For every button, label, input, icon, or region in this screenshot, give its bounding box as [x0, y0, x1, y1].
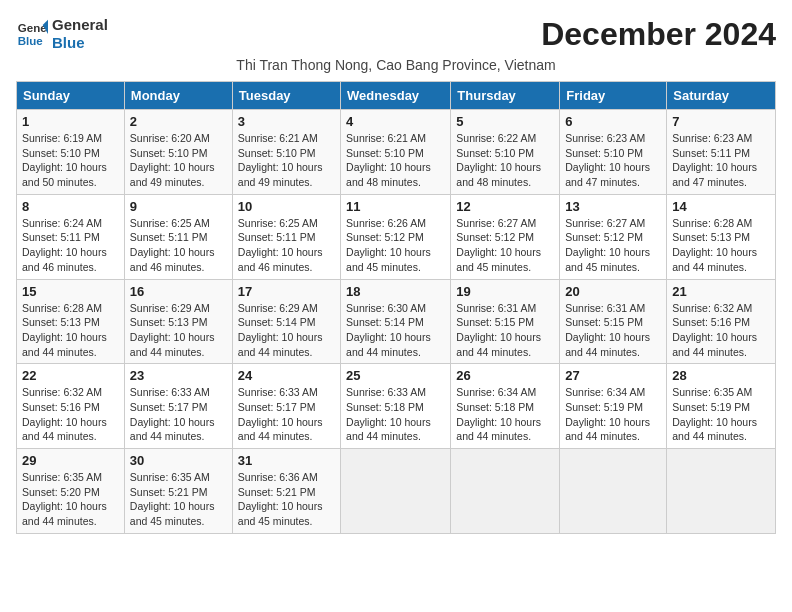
calendar-cell: 22Sunrise: 6:32 AM Sunset: 5:16 PM Dayli…	[17, 364, 125, 449]
day-info: Sunrise: 6:23 AM Sunset: 5:11 PM Dayligh…	[672, 131, 770, 190]
day-info: Sunrise: 6:33 AM Sunset: 5:17 PM Dayligh…	[238, 385, 335, 444]
col-header-monday: Monday	[124, 82, 232, 110]
day-number: 10	[238, 199, 335, 214]
week-row-1: 1Sunrise: 6:19 AM Sunset: 5:10 PM Daylig…	[17, 110, 776, 195]
day-info: Sunrise: 6:24 AM Sunset: 5:11 PM Dayligh…	[22, 216, 119, 275]
day-info: Sunrise: 6:26 AM Sunset: 5:12 PM Dayligh…	[346, 216, 445, 275]
calendar-table: SundayMondayTuesdayWednesdayThursdayFrid…	[16, 81, 776, 534]
day-number: 26	[456, 368, 554, 383]
header: General Blue General Blue December 2024	[16, 16, 776, 53]
day-number: 31	[238, 453, 335, 468]
calendar-cell	[341, 449, 451, 534]
day-number: 27	[565, 368, 661, 383]
col-header-thursday: Thursday	[451, 82, 560, 110]
day-info: Sunrise: 6:27 AM Sunset: 5:12 PM Dayligh…	[565, 216, 661, 275]
day-number: 19	[456, 284, 554, 299]
day-number: 3	[238, 114, 335, 129]
calendar-cell: 2Sunrise: 6:20 AM Sunset: 5:10 PM Daylig…	[124, 110, 232, 195]
day-info: Sunrise: 6:32 AM Sunset: 5:16 PM Dayligh…	[672, 301, 770, 360]
calendar-cell: 10Sunrise: 6:25 AM Sunset: 5:11 PM Dayli…	[232, 194, 340, 279]
day-number: 22	[22, 368, 119, 383]
calendar-cell: 25Sunrise: 6:33 AM Sunset: 5:18 PM Dayli…	[341, 364, 451, 449]
calendar-cell: 17Sunrise: 6:29 AM Sunset: 5:14 PM Dayli…	[232, 279, 340, 364]
calendar-cell: 30Sunrise: 6:35 AM Sunset: 5:21 PM Dayli…	[124, 449, 232, 534]
day-number: 12	[456, 199, 554, 214]
col-header-wednesday: Wednesday	[341, 82, 451, 110]
calendar-cell: 6Sunrise: 6:23 AM Sunset: 5:10 PM Daylig…	[560, 110, 667, 195]
month-title: December 2024	[541, 16, 776, 53]
calendar-cell: 27Sunrise: 6:34 AM Sunset: 5:19 PM Dayli…	[560, 364, 667, 449]
calendar-cell: 11Sunrise: 6:26 AM Sunset: 5:12 PM Dayli…	[341, 194, 451, 279]
day-info: Sunrise: 6:30 AM Sunset: 5:14 PM Dayligh…	[346, 301, 445, 360]
calendar-cell: 13Sunrise: 6:27 AM Sunset: 5:12 PM Dayli…	[560, 194, 667, 279]
calendar-cell: 26Sunrise: 6:34 AM Sunset: 5:18 PM Dayli…	[451, 364, 560, 449]
day-number: 24	[238, 368, 335, 383]
day-info: Sunrise: 6:36 AM Sunset: 5:21 PM Dayligh…	[238, 470, 335, 529]
calendar-cell: 19Sunrise: 6:31 AM Sunset: 5:15 PM Dayli…	[451, 279, 560, 364]
day-info: Sunrise: 6:35 AM Sunset: 5:19 PM Dayligh…	[672, 385, 770, 444]
day-number: 4	[346, 114, 445, 129]
calendar-cell: 7Sunrise: 6:23 AM Sunset: 5:11 PM Daylig…	[667, 110, 776, 195]
day-info: Sunrise: 6:27 AM Sunset: 5:12 PM Dayligh…	[456, 216, 554, 275]
day-info: Sunrise: 6:35 AM Sunset: 5:21 PM Dayligh…	[130, 470, 227, 529]
col-header-saturday: Saturday	[667, 82, 776, 110]
calendar-cell: 12Sunrise: 6:27 AM Sunset: 5:12 PM Dayli…	[451, 194, 560, 279]
subtitle: Thi Tran Thong Nong, Cao Bang Province, …	[16, 57, 776, 73]
day-info: Sunrise: 6:31 AM Sunset: 5:15 PM Dayligh…	[456, 301, 554, 360]
day-number: 17	[238, 284, 335, 299]
day-info: Sunrise: 6:25 AM Sunset: 5:11 PM Dayligh…	[238, 216, 335, 275]
day-number: 8	[22, 199, 119, 214]
week-row-4: 22Sunrise: 6:32 AM Sunset: 5:16 PM Dayli…	[17, 364, 776, 449]
day-info: Sunrise: 6:32 AM Sunset: 5:16 PM Dayligh…	[22, 385, 119, 444]
day-info: Sunrise: 6:28 AM Sunset: 5:13 PM Dayligh…	[22, 301, 119, 360]
day-number: 14	[672, 199, 770, 214]
day-number: 23	[130, 368, 227, 383]
calendar-cell	[560, 449, 667, 534]
day-number: 5	[456, 114, 554, 129]
day-number: 20	[565, 284, 661, 299]
calendar-cell: 4Sunrise: 6:21 AM Sunset: 5:10 PM Daylig…	[341, 110, 451, 195]
day-info: Sunrise: 6:19 AM Sunset: 5:10 PM Dayligh…	[22, 131, 119, 190]
day-number: 28	[672, 368, 770, 383]
calendar-cell: 18Sunrise: 6:30 AM Sunset: 5:14 PM Dayli…	[341, 279, 451, 364]
calendar-cell: 21Sunrise: 6:32 AM Sunset: 5:16 PM Dayli…	[667, 279, 776, 364]
col-header-friday: Friday	[560, 82, 667, 110]
day-number: 16	[130, 284, 227, 299]
day-number: 9	[130, 199, 227, 214]
day-info: Sunrise: 6:33 AM Sunset: 5:18 PM Dayligh…	[346, 385, 445, 444]
logo-line1: General	[52, 16, 108, 34]
calendar-cell: 15Sunrise: 6:28 AM Sunset: 5:13 PM Dayli…	[17, 279, 125, 364]
svg-text:General: General	[18, 22, 48, 34]
logo: General Blue General Blue	[16, 16, 108, 52]
calendar-cell: 28Sunrise: 6:35 AM Sunset: 5:19 PM Dayli…	[667, 364, 776, 449]
svg-text:Blue: Blue	[18, 35, 44, 47]
day-info: Sunrise: 6:28 AM Sunset: 5:13 PM Dayligh…	[672, 216, 770, 275]
day-info: Sunrise: 6:34 AM Sunset: 5:19 PM Dayligh…	[565, 385, 661, 444]
calendar-cell: 31Sunrise: 6:36 AM Sunset: 5:21 PM Dayli…	[232, 449, 340, 534]
day-number: 6	[565, 114, 661, 129]
day-info: Sunrise: 6:22 AM Sunset: 5:10 PM Dayligh…	[456, 131, 554, 190]
day-info: Sunrise: 6:21 AM Sunset: 5:10 PM Dayligh…	[238, 131, 335, 190]
calendar-cell: 14Sunrise: 6:28 AM Sunset: 5:13 PM Dayli…	[667, 194, 776, 279]
day-number: 21	[672, 284, 770, 299]
day-number: 11	[346, 199, 445, 214]
calendar-cell: 5Sunrise: 6:22 AM Sunset: 5:10 PM Daylig…	[451, 110, 560, 195]
day-info: Sunrise: 6:31 AM Sunset: 5:15 PM Dayligh…	[565, 301, 661, 360]
calendar-cell: 16Sunrise: 6:29 AM Sunset: 5:13 PM Dayli…	[124, 279, 232, 364]
calendar-cell: 23Sunrise: 6:33 AM Sunset: 5:17 PM Dayli…	[124, 364, 232, 449]
day-number: 18	[346, 284, 445, 299]
day-info: Sunrise: 6:33 AM Sunset: 5:17 PM Dayligh…	[130, 385, 227, 444]
calendar-cell: 9Sunrise: 6:25 AM Sunset: 5:11 PM Daylig…	[124, 194, 232, 279]
calendar-cell: 8Sunrise: 6:24 AM Sunset: 5:11 PM Daylig…	[17, 194, 125, 279]
logo-icon: General Blue	[16, 18, 48, 50]
calendar-cell: 1Sunrise: 6:19 AM Sunset: 5:10 PM Daylig…	[17, 110, 125, 195]
title-area: December 2024	[541, 16, 776, 53]
calendar-cell	[451, 449, 560, 534]
calendar-cell: 24Sunrise: 6:33 AM Sunset: 5:17 PM Dayli…	[232, 364, 340, 449]
calendar-cell	[667, 449, 776, 534]
calendar-cell: 3Sunrise: 6:21 AM Sunset: 5:10 PM Daylig…	[232, 110, 340, 195]
day-number: 1	[22, 114, 119, 129]
header-row: SundayMondayTuesdayWednesdayThursdayFrid…	[17, 82, 776, 110]
day-info: Sunrise: 6:25 AM Sunset: 5:11 PM Dayligh…	[130, 216, 227, 275]
calendar-cell: 20Sunrise: 6:31 AM Sunset: 5:15 PM Dayli…	[560, 279, 667, 364]
